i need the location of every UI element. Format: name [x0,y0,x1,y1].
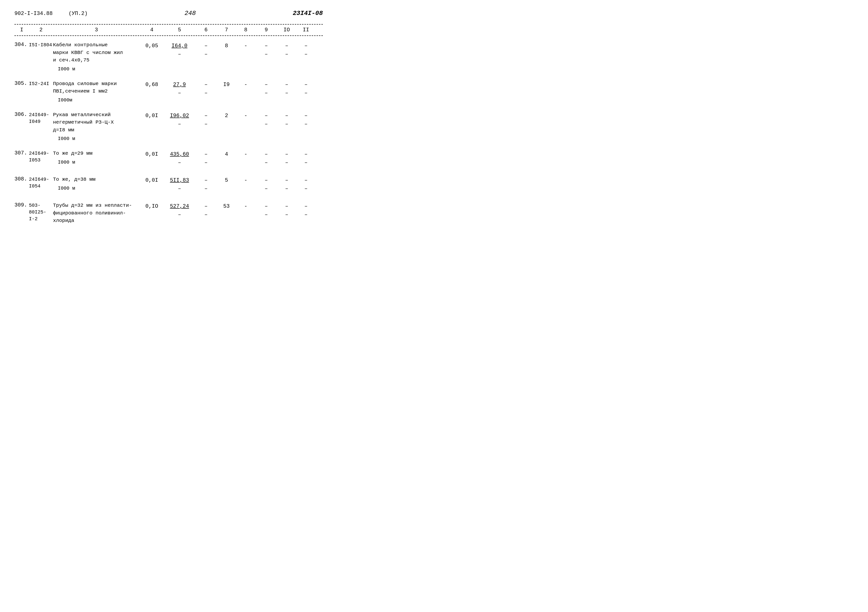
row-unit: I000 м [58,185,140,192]
header-doc-num: 23I4I-08 [293,9,323,17]
col5-value: 435,60 – [164,149,195,167]
col11-value: – – [296,175,316,193]
col9-value: – – [255,79,277,98]
row-unit: I000 м [58,65,140,73]
col11-value: – – [296,149,316,167]
row-unit: I000 м [58,135,140,143]
row-number: 307. [14,149,29,156]
col10-value: – – [277,79,296,98]
row-unit: I000 м [58,159,140,166]
col4-value: 0,05 [140,41,164,50]
row-description: Кабели контрольныемарки КВВГ с числом жи… [53,41,140,73]
col7-value: 2 [217,111,236,120]
row-code: I52-24I [29,79,53,87]
row-code: 24I649-I053 [29,149,53,164]
table-row: 306. 24I649-I049 Рукав металлическийнеге… [14,111,323,143]
col-header-6: 6 [195,27,217,33]
col6-value: – – [195,149,217,167]
col9-value: – – [255,201,277,219]
col10-value: – – [277,111,296,129]
col8-value: - [236,175,255,184]
col-header-10: IO [277,27,296,33]
col4-value: 0,0I [140,175,164,184]
col10-value: – – [277,175,296,193]
col9-value: – – [255,149,277,167]
header-page-num: 248 [184,9,196,17]
row-description: Провода силовые маркиПВI,сечением I мм2 … [53,79,140,104]
col11-value: – – [296,201,316,219]
col10-value: – – [277,201,296,219]
row-code: I5I-I804 [29,41,53,48]
col5-value: I64,0 – [164,41,195,59]
col8-value: - [236,79,255,89]
page-header: 902-I-I34.88 (УП.2) 248 23I4I-08 [14,9,323,17]
row-number: 306. [14,111,29,118]
row-number: 305. [14,79,29,87]
col-header-11: II [296,27,316,33]
row-description: То же, д=38 мм I000 м [53,175,140,192]
table-row: 305. I52-24I Провода силовые маркиПВI,се… [14,79,323,104]
table-row: 309. 503-80I25-I-2 Трубы д=32 мм из непл… [14,201,323,225]
col6-value: – – [195,41,217,59]
col4-value: 0,68 [140,79,164,89]
col-header-2: 2 [29,27,53,33]
col10-value: – – [277,41,296,59]
row-code: 24I649-I054 [29,175,53,190]
col-header-7: 7 [217,27,236,33]
col6-value: – – [195,201,217,219]
table-body: 304. I5I-I804 Кабели контрольныемарки КВ… [14,41,323,225]
col8-value: - [236,149,255,158]
col6-value: – – [195,175,217,193]
col11-value: – – [296,111,316,129]
col8-value: - [236,201,255,211]
column-headers: I 2 3 4 5 6 7 8 9 IO II [14,24,323,36]
table-row: 308. 24I649-I054 То же, д=38 мм I000 м 0… [14,175,323,194]
col-header-3: 3 [53,27,140,33]
col-header-5: 5 [164,27,195,33]
col7-value: 5 [217,175,236,184]
row-code: 503-80I25-I-2 [29,201,53,222]
row-description: То же д=29 мм I000 м [53,149,140,166]
row-description: Рукав металлическийнегерметичный РЗ-Ц-Хд… [53,111,140,143]
row-description: Трубы д=32 мм из непласти-фицированного … [53,201,140,225]
col7-value: 53 [217,201,236,211]
col11-value: – – [296,41,316,59]
col-header-4: 4 [140,27,164,33]
row-number: 308. [14,175,29,182]
table-row: 307. 24I649-I053 То же д=29 мм I000 м 0,… [14,149,323,169]
col11-value: – – [296,79,316,98]
col7-value: I9 [217,79,236,89]
col9-value: – – [255,41,277,59]
col4-value: 0,0I [140,149,164,158]
col4-value: 0,0I [140,111,164,120]
row-code: 24I649-I049 [29,111,53,125]
table-row: 304. I5I-I804 Кабели контрольныемарки КВ… [14,41,323,73]
col5-value: 527,24 – [164,201,195,219]
col5-value: 5II,83 – [164,175,195,193]
col5-value: I96,02 – [164,111,195,129]
col10-value: – – [277,149,296,167]
col-header-8: 8 [236,27,255,33]
row-unit: I000м [58,97,140,104]
row-number: 304. [14,41,29,48]
col8-value: - [236,41,255,50]
header-left: 902-I-I34.88 (УП.2) [14,11,88,17]
col6-value: – – [195,111,217,129]
col5-value: 27,9 – [164,79,195,98]
row-number: 309. [14,201,29,208]
col9-value: – – [255,175,277,193]
col7-value: 8 [217,41,236,50]
col-header-9: 9 [255,27,277,33]
col8-value: - [236,111,255,120]
col6-value: – – [195,79,217,98]
col9-value: – – [255,111,277,129]
col7-value: 4 [217,149,236,158]
col4-value: 0,IO [140,201,164,211]
col-header-1: I [14,27,29,33]
